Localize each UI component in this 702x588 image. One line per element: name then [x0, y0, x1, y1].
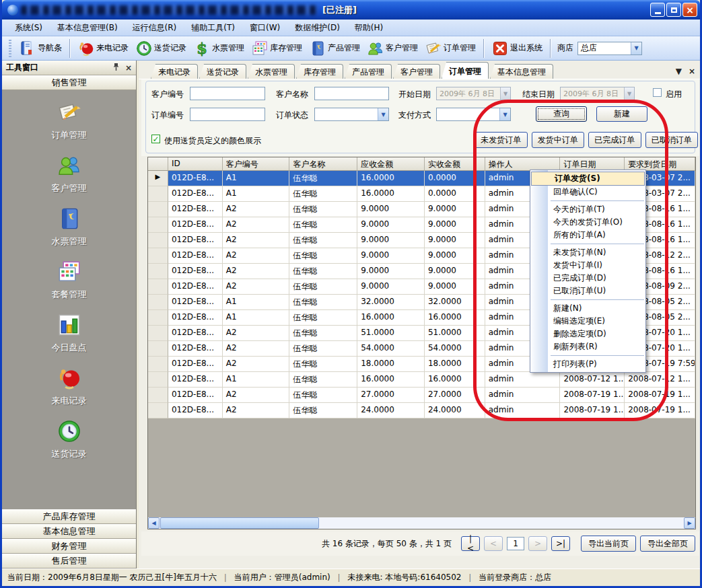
tab-4[interactable]: 产品管理 [345, 64, 392, 79]
menu-item-2[interactable]: 运行信息(R) [125, 20, 184, 36]
context-menu-item-17[interactable]: 打印列表(P) [530, 358, 645, 371]
next-page-button[interactable]: > [528, 536, 547, 551]
sidebar-section-sales[interactable]: 销售管理 [2, 75, 136, 90]
status-filter-button-1[interactable]: 发货中订单 [532, 132, 585, 148]
table-row[interactable]: 012D-E8...A2伍华聪24.000024.0000admin2008-0… [148, 403, 695, 418]
sidebar-item-4[interactable]: 今日盘点 [2, 312, 136, 354]
tab-close-icon[interactable]: × [689, 67, 695, 76]
sidebar-section-1[interactable]: 基本信息管理 [2, 524, 136, 539]
table-row[interactable]: 012D-E8...A1伍华聪16.000016.0000admin2008-0… [148, 372, 695, 388]
start-date-picker[interactable]: 2009年 6月 8日 ▼ [436, 87, 511, 100]
enable-label: 启用 [666, 89, 682, 100]
tab-6[interactable]: 订单管理 [442, 62, 489, 79]
column-header-7[interactable]: 要求到货日期 [625, 157, 695, 171]
toolbar-button-0[interactable]: 导航条 [15, 38, 65, 59]
pin-icon[interactable] [112, 63, 120, 73]
status-filter-button-0[interactable]: 未发货订单 [475, 132, 528, 148]
scrollbar-track[interactable] [160, 517, 684, 529]
column-header-5[interactable]: 操作人 [485, 157, 561, 171]
context-menu-item-3[interactable]: 今天的订单(T) [530, 203, 645, 216]
toolbar-button-7[interactable]: 客户管理 [363, 38, 421, 59]
sidebar-item-1[interactable]: 客户管理 [2, 153, 136, 194]
toolbar-button-2[interactable]: 来电记录 [74, 38, 132, 59]
sidebar-section-0[interactable]: 产品库存管理 [2, 509, 136, 524]
enable-checkbox[interactable] [653, 88, 662, 97]
toolbar-button-6[interactable]: 产品管理 [306, 38, 363, 59]
minimize-button[interactable] [650, 3, 665, 17]
sidebar-item-3[interactable]: 套餐管理 [2, 259, 136, 301]
tab-1[interactable]: 送货记录 [199, 64, 246, 79]
toolbar-button-8[interactable]: 订单管理 [421, 38, 479, 59]
column-header-1[interactable]: 客户编号 [223, 157, 290, 171]
column-header-6[interactable]: 订单日期 [560, 157, 625, 171]
prev-page-button[interactable]: < [484, 536, 503, 551]
context-menu-item-1[interactable]: 回单确认(C) [530, 186, 645, 198]
menu-item-6[interactable]: 帮助(H) [347, 20, 390, 36]
status-filter-button-2[interactable]: 已完成订单 [588, 132, 641, 148]
context-menu-item-8[interactable]: 发货中订单(I) [530, 259, 645, 272]
sidebar-item-0[interactable]: 订单管理 [2, 100, 136, 141]
menu-item-0[interactable]: 系统(S) [7, 20, 50, 36]
first-page-button[interactable]: |< [461, 536, 480, 551]
new-button[interactable]: 新建 [596, 106, 647, 122]
scroll-right-icon[interactable]: ▶ [684, 517, 695, 529]
context-menu-item-4[interactable]: 今天的发货订单(O) [530, 216, 645, 229]
title-bar[interactable]: [已注册] × [2, 0, 700, 20]
tab-3[interactable]: 库存管理 [296, 64, 343, 79]
menu-item-1[interactable]: 基本信息管理(B) [50, 20, 125, 36]
scroll-left-icon[interactable]: ◀ [148, 517, 160, 529]
horizontal-scrollbar[interactable]: ◀ ▶ [148, 517, 695, 529]
order-no-input[interactable] [190, 108, 265, 121]
menu-item-5[interactable]: 数据维护(D) [287, 20, 347, 36]
scrollbar-thumb[interactable] [160, 517, 319, 529]
context-menu-item-5[interactable]: 所有的订单(A) [530, 229, 645, 242]
context-menu-item-14[interactable]: 删除选定项(D) [530, 328, 645, 340]
sidebar-close-icon[interactable]: × [125, 63, 132, 73]
sidebar-item-2[interactable]: 水票管理 [2, 206, 136, 248]
sidebar-section-3[interactable]: 售后管理 [2, 554, 136, 568]
menu-item-4[interactable]: 窗口(W) [242, 20, 287, 36]
shop-combobox[interactable]: 总店▼ [577, 42, 642, 55]
last-page-button[interactable]: >| [551, 536, 570, 551]
menu-item-3[interactable]: 辅助工具(T) [184, 20, 242, 36]
context-menu-item-12[interactable]: 新建(N) [530, 302, 645, 315]
column-header-2[interactable]: 客户名称 [289, 157, 357, 171]
restore-button[interactable] [666, 3, 681, 17]
table-row[interactable]: 012D-E8...A2伍华聪27.000027.0000admin2008-0… [148, 388, 695, 403]
context-menu-item-7[interactable]: 未发货订单(N) [530, 246, 645, 259]
column-header-0[interactable]: ID [168, 157, 223, 171]
query-button[interactable]: 查询 [536, 106, 587, 122]
context-menu-item-13[interactable]: 编辑选定项(E) [530, 315, 645, 328]
customer-no-input[interactable] [190, 87, 265, 100]
toolbar-button-3[interactable]: 送货记录 [132, 38, 190, 59]
tab-0[interactable]: 来电记录 [151, 64, 198, 79]
sidebar-section-2[interactable]: 财务管理 [2, 539, 136, 554]
page-number-input[interactable] [507, 537, 524, 550]
column-header-3[interactable]: 应收金额 [357, 157, 425, 171]
toolbar-button-10[interactable]: 退出系统 [488, 38, 546, 59]
tab-2[interactable]: 水票管理 [248, 64, 295, 79]
sidebar-item-5[interactable]: 来电记录 [2, 365, 136, 407]
pay-method-combobox[interactable]: ▼ [436, 108, 511, 121]
context-menu-item-9[interactable]: 已完成订单(D) [530, 272, 645, 285]
status-filter-button-3[interactable]: 已取消订单 [645, 132, 699, 148]
toolbar-button-5[interactable]: 库存管理 [248, 38, 306, 59]
toolbar-button-4[interactable]: $水票管理 [190, 38, 248, 59]
row-indicator [148, 388, 168, 403]
context-menu-item-15[interactable]: 刷新列表(R) [530, 340, 645, 353]
context-menu-item-10[interactable]: 已取消订单(U) [530, 285, 645, 297]
color-display-checkbox[interactable]: ✓ [151, 135, 160, 143]
column-header-4[interactable]: 实收金额 [425, 157, 485, 171]
customer-name-input[interactable] [314, 87, 389, 100]
context-menu-item-0[interactable]: 订单发货(S) [531, 172, 645, 186]
export-current-page-button[interactable]: 导出当前页 [581, 536, 636, 552]
end-date-picker[interactable]: 2009年 6月 8日 ▼ [560, 87, 635, 100]
tab-5[interactable]: 客户管理 [393, 64, 440, 79]
cell: 2008-07-12 1... [560, 372, 625, 388]
export-all-pages-button[interactable]: 导出全部页 [640, 536, 695, 552]
tab-list-dropdown-icon[interactable]: ▼ [676, 67, 682, 76]
close-button[interactable]: × [682, 3, 697, 17]
order-status-combobox[interactable]: ▼ [314, 108, 389, 121]
sidebar-item-6[interactable]: 送货记录 [2, 418, 136, 460]
tab-7[interactable]: 基本信息管理 [490, 64, 553, 79]
